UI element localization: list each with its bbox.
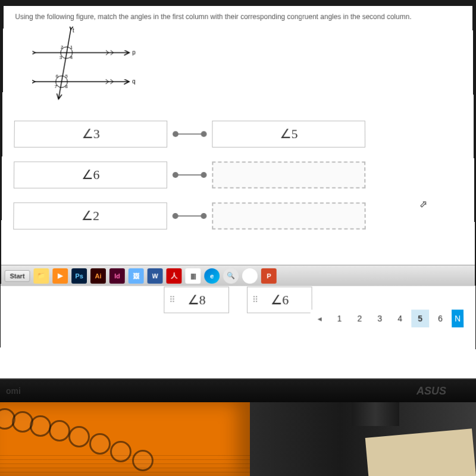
label-p: p	[132, 49, 136, 56]
svg-text:4: 4	[70, 55, 73, 60]
notebook	[0, 402, 250, 476]
illustrator-icon[interactable]: Ai	[90, 268, 106, 283]
question-text: Using the following figure, match the an…	[15, 12, 461, 21]
geometry-figure: t p q 2 1 3 4 6 5 7 8	[32, 27, 462, 102]
chrome-icon[interactable]: ◉	[242, 268, 258, 283]
pdf-reader-icon[interactable]: 人	[167, 268, 182, 283]
page-4-button[interactable]: 4	[391, 309, 409, 327]
svg-text:6: 6	[56, 74, 59, 79]
word-icon[interactable]: W	[148, 268, 163, 283]
drag-handle-icon: ⠿	[252, 295, 257, 305]
choice-1[interactable]: ⠿ ∠8	[164, 287, 229, 314]
page-6-button[interactable]: 6	[431, 309, 449, 327]
label-t: t	[73, 27, 74, 34]
matching-area: ∠3 ∠5 ∠6 ∠2 ⬀	[13, 120, 464, 272]
edge-browser-icon[interactable]: e	[204, 268, 220, 283]
match-right-2-dropzone[interactable]	[212, 161, 365, 188]
powerpoint-icon[interactable]: P	[261, 268, 277, 283]
choice-2[interactable]: ⠿ ∠6	[247, 287, 312, 314]
monitor-stand	[352, 402, 399, 426]
match-left-3[interactable]: ∠2	[13, 202, 167, 229]
match-right-1[interactable]: ∠5	[212, 121, 365, 148]
start-button[interactable]: Start	[5, 270, 30, 281]
desk-area	[0, 402, 476, 476]
page-prev-button[interactable]: ◂	[311, 309, 328, 327]
indesign-icon[interactable]: Id	[109, 268, 125, 283]
svg-text:7: 7	[55, 84, 57, 89]
page-next-button[interactable]: N	[452, 309, 464, 327]
match-left-2[interactable]: ∠6	[14, 161, 167, 188]
match-right-3-dropzone[interactable]	[212, 202, 365, 229]
svg-text:5: 5	[65, 74, 68, 79]
choice-label: ∠6	[270, 292, 289, 308]
drag-handle-icon: ⠿	[169, 295, 174, 305]
label-q: q	[132, 78, 136, 84]
pagination: ◂ 1 2 3 4 5 6 N	[311, 309, 464, 327]
page-1-button[interactable]: 1	[331, 309, 349, 327]
monitor-bezel: omi ASUS	[0, 378, 476, 402]
page-3-button[interactable]: 3	[371, 309, 389, 327]
barcode-icon[interactable]: ||||	[185, 268, 201, 283]
page-2-button[interactable]: 2	[350, 309, 368, 327]
image-viewer-icon[interactable]: 🖼	[129, 268, 144, 283]
port-label: omi	[6, 386, 21, 396]
taskbar: Start 📁 ▶ Ps Ai Id 🖼 W 人 |||| e 🔍 ◉ P	[1, 265, 475, 286]
photoshop-icon[interactable]: Ps	[71, 268, 87, 283]
svg-text:2: 2	[61, 45, 63, 50]
folder-icon[interactable]: 📁	[33, 268, 49, 283]
connector-icon	[172, 214, 208, 218]
media-player-icon[interactable]: ▶	[52, 268, 68, 283]
svg-text:8: 8	[65, 84, 68, 89]
svg-text:3: 3	[60, 55, 62, 60]
monitor-brand: ASUS	[416, 385, 446, 397]
svg-text:1: 1	[70, 45, 73, 50]
magnifier-icon[interactable]: 🔍	[223, 268, 239, 283]
connector-icon	[172, 132, 207, 136]
choice-label: ∠8	[187, 292, 206, 308]
paper	[365, 428, 476, 476]
page-5-button[interactable]: 5	[411, 309, 429, 327]
connector-icon	[172, 173, 208, 177]
match-left-1[interactable]: ∠3	[14, 121, 167, 148]
